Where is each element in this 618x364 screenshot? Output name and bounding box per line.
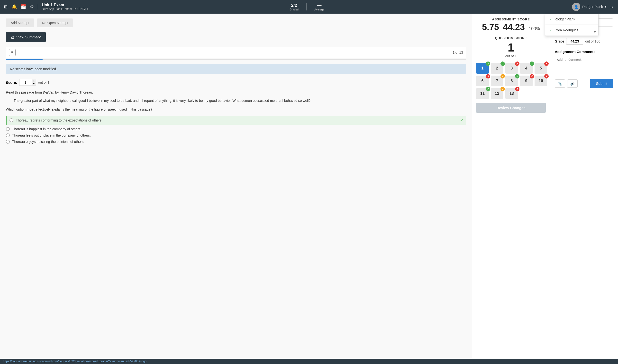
passage-quote: The greater part of what my neighbors ca… [14,98,466,104]
question-cell-11[interactable]: 11✓ [476,88,489,99]
status-url: https://coursewaretraining.strongmind.co… [3,360,147,363]
answer-option-4[interactable]: Thoreau enjoys ridiculing the opinions o… [6,140,466,143]
user-dropdown: ✓ Rodger Plank ✓ Cora Rodriguez ▼ [545,13,599,36]
question-cell-10[interactable]: 10✗ [535,76,547,86]
question-cell-6[interactable]: 6✗ [476,76,489,86]
comments-label: Assignment Comments [555,50,613,54]
reopen-attempt-button[interactable]: Re-Open Attempt [37,18,73,27]
view-summary-button[interactable]: 🖨 View Summary [6,32,46,42]
question-grid: 1✓2✓3✗4✓5✗6✗7✓8✓9✗10✗11✓12✓13✗ [476,63,546,99]
answer-radio-1 [10,118,14,122]
grade-input[interactable] [566,38,583,45]
question-nav-bar: ≡ 1 of 13 [6,47,466,58]
comments-textarea[interactable] [555,56,613,75]
print-icon: 🖨 [11,35,14,39]
nav-avg-section: — Average [314,3,324,11]
nav-user-section[interactable]: 👤 Rodger Plank ▾ [572,3,606,11]
avatar: 👤 [572,3,580,11]
answer-option-1[interactable]: Thoreau regrets conforming to the expect… [6,116,466,125]
score-down-button[interactable]: ▼ [32,82,36,86]
answer-text-3: Thoreau feels out of place in the compan… [12,133,91,137]
status-badge-6: ✗ [486,74,490,78]
assessment-scores-row: 5.75 44.23 100% [476,22,546,32]
answer-options: Thoreau regrets conforming to the expect… [6,116,466,143]
add-attempt-button[interactable]: Add Attempt [6,18,34,27]
score-input[interactable] [19,79,32,85]
chevron-down-icon: ▾ [605,5,606,9]
status-badge-10: ✗ [544,74,549,78]
status-badge-8: ✓ [515,74,520,78]
question-cell-8[interactable]: 8✓ [505,76,518,86]
nav-score-section: 2/2 Graded [289,3,299,11]
dropdown-scroll-arrow: ▼ [591,28,598,36]
exam-title: Unit 1 Exam [42,3,284,7]
answer-radio-2 [6,127,10,131]
notification-box: No scores have been modified. [6,64,466,74]
score-out-of: out of 1 [38,80,50,84]
attachment-button[interactable]: 📎 [555,79,565,88]
score-row: Score: ▲ ▼ out of 1 [6,79,466,86]
question-cell-9[interactable]: 9✗ [520,76,533,86]
passage-intro: Read this passage from Walden by Henry D… [6,90,466,95]
dropdown-item-cora[interactable]: ✓ Cora Rodriguez [545,25,598,36]
view-summary-label: View Summary [16,35,41,39]
review-changes-button[interactable]: Review Changes [476,103,546,113]
question-cell-13[interactable]: 13✗ [505,88,518,99]
status-badge-11: ✓ [486,87,490,91]
score-input-wrapper: ▲ ▼ [19,79,36,86]
question-cell-2[interactable]: 2✓ [491,63,503,74]
status-badge-9: ✗ [530,74,534,78]
answer-text-2: Thoreau is happiest in the company of ot… [12,127,81,131]
answer-radio-4 [6,140,10,143]
status-badge-5: ✗ [544,62,549,66]
score-spinners: ▲ ▼ [32,79,36,86]
answer-text-1: Thoreau regrets conforming to the expect… [16,118,102,122]
notification-text: No scores have been modified. [10,67,57,71]
score-up-button[interactable]: ▲ [32,79,36,82]
nav-forward-arrow[interactable]: → [609,4,614,10]
question-cell-7[interactable]: 7✓ [491,76,503,86]
user-name: Rodger Plank [582,5,603,9]
status-badge-4: ✓ [530,62,534,66]
due-date: Due: Sep 9 at 11:59pm - KNENG11 [42,7,284,11]
settings-icon[interactable]: ⚙ [30,4,34,10]
question-cell-4[interactable]: 4✓ [520,63,533,74]
action-row: 📎 🔊 Submit [555,79,613,88]
question-text: Which option most effectively explains t… [6,107,466,112]
assessment-score-header: ASSESSMENT SCORE [476,17,546,21]
status-bar: https://coursewaretraining.strongmind.co… [0,359,618,364]
avg-label: Average [314,8,324,11]
question-cell-5[interactable]: 5✗ [535,63,547,74]
question-score-header: QUESTION SCORE [476,36,546,40]
center-panel: ASSESSMENT SCORE 5.75 44.23 100% QUESTIO… [472,13,550,364]
nav-icons: ⊞ 🔔 📅 ⚙ [4,4,38,10]
calendar-icon[interactable]: 📅 [21,4,26,10]
score-label-text: Score: [6,80,17,85]
question-cell-1[interactable]: 1✓ [476,63,489,74]
audio-button[interactable]: 🔊 [567,79,578,88]
hamburger-button[interactable]: ≡ [9,49,15,56]
assessment-score-2: 44.23 [503,22,525,32]
answer-check-icon-1: ✓ [460,118,463,123]
progress-bar-container [6,59,466,60]
answer-option-2[interactable]: Thoreau is happiest in the company of ot… [6,127,466,131]
bell-icon[interactable]: 🔔 [12,4,17,10]
avg-value: — [317,3,321,8]
status-badge-7: ✓ [500,74,505,78]
grade-label: Grade [555,39,564,43]
check-icon-cora: ✓ [549,28,552,32]
question-cell-3[interactable]: 3✗ [505,63,518,74]
grid-icon[interactable]: ⊞ [4,4,8,10]
progress-bar [6,59,42,60]
submit-button[interactable]: Submit [590,79,613,88]
status-badge-1: ✓ [486,62,490,66]
dropdown-item-rodger[interactable]: ✓ Rodger Plank [545,14,598,25]
nav-title-section: Unit 1 Exam Due: Sep 9 at 11:59pm - KNEN… [38,3,284,11]
question-score-value: 1 [476,41,546,54]
grade-out-of: out of 100 [585,39,600,43]
question-cell-12[interactable]: 12✓ [491,88,503,99]
answer-option-3[interactable]: Thoreau feels out of place in the compan… [6,133,466,137]
score-label: Graded [289,8,299,11]
top-nav: ⊞ 🔔 📅 ⚙ Unit 1 Exam Due: Sep 9 at 11:59p… [0,0,618,13]
assessment-score-pct: 100% [529,26,540,31]
